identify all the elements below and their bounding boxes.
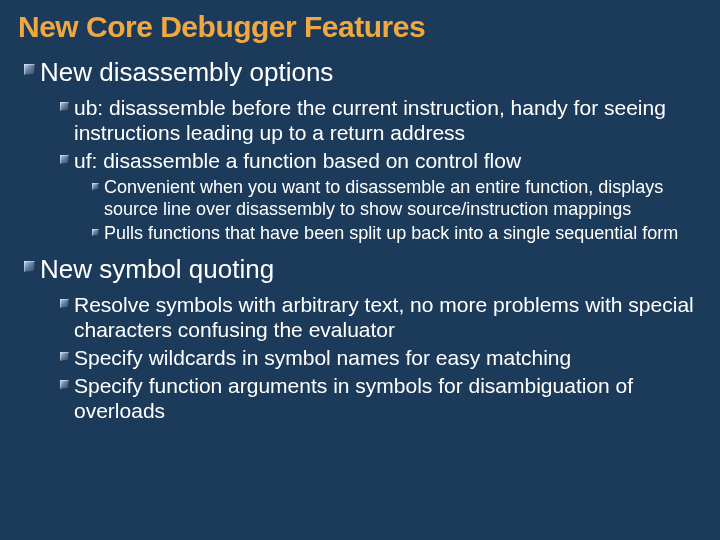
topic-heading: New disassembly options — [40, 56, 333, 89]
bullet-icon — [54, 373, 74, 389]
bullet-list-level3: Convenient when you want to disassemble … — [86, 177, 696, 245]
bullet-list-level1: New disassembly options ub: disassemble … — [18, 56, 696, 424]
bullet-icon — [18, 56, 40, 75]
bullet-icon — [18, 253, 40, 272]
bullet-text: Convenient when you want to disassemble … — [104, 177, 696, 221]
bullet-text: Specify function arguments in symbols fo… — [74, 373, 696, 424]
bullet-icon — [54, 148, 74, 164]
bullet-text: Resolve symbols with arbitrary text, no … — [74, 292, 696, 343]
bullet-icon — [86, 177, 104, 190]
bullet-text: Pulls functions that have been split up … — [104, 223, 678, 245]
bullet-text: Specify wildcards in symbol names for ea… — [74, 345, 571, 371]
bullet-icon — [86, 223, 104, 236]
slide-title: New Core Debugger Features — [18, 10, 696, 44]
bullet-icon — [54, 95, 74, 111]
bullet-list-level2: ub: disassemble before the current instr… — [54, 95, 696, 246]
bullet-list-level2: Resolve symbols with arbitrary text, no … — [54, 292, 696, 424]
bullet-text: uf: disassemble a function based on cont… — [74, 148, 521, 174]
bullet-icon — [54, 345, 74, 361]
topic-heading: New symbol quoting — [40, 253, 274, 286]
bullet-text: ub: disassemble before the current instr… — [74, 95, 696, 146]
bullet-icon — [54, 292, 74, 308]
